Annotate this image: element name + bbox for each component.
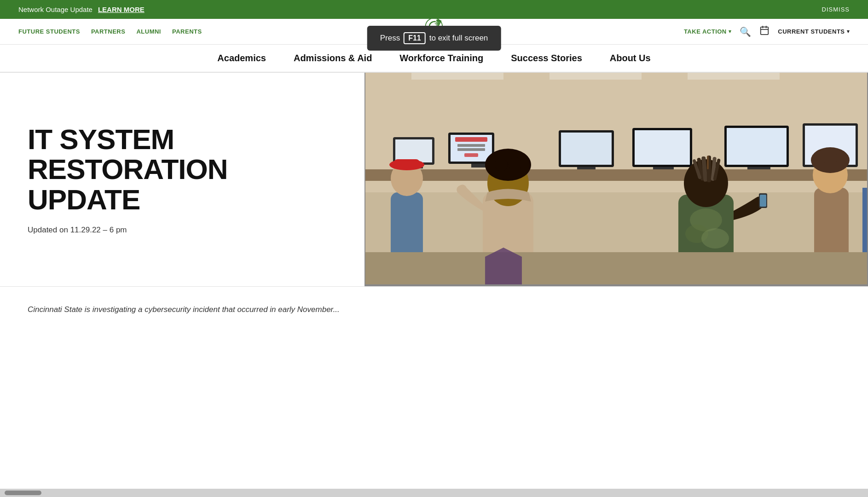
svg-rect-9	[688, 73, 780, 80]
svg-rect-21	[561, 133, 612, 165]
exit-fullscreen-label: to exit full screen	[429, 34, 488, 43]
svg-rect-1	[761, 27, 769, 35]
hero-title: IT SYSTEM RESTORATION UPDATE	[28, 124, 337, 214]
take-action-button[interactable]: TAKE ACTION ▾	[684, 28, 731, 35]
alert-message: Network Outage Update	[18, 6, 93, 13]
svg-rect-24	[635, 130, 690, 165]
svg-rect-18	[464, 153, 478, 157]
f11-key: F11	[404, 32, 426, 44]
nav-workforce-training[interactable]: Workforce Training	[399, 53, 483, 64]
current-students-button[interactable]: CURRENT STUDENTS ▾	[778, 28, 850, 35]
svg-rect-59	[394, 159, 420, 168]
svg-rect-7	[411, 73, 503, 80]
top-nav-left: FUTURE STUDENTS PARTNERS ALUMNI PARENTS	[18, 28, 202, 35]
svg-rect-8	[550, 73, 642, 80]
hero-date: Updated on 11.29.22 – 6 pm	[28, 225, 337, 235]
nav-admissions-aid[interactable]: Admissions & Aid	[294, 53, 372, 64]
nav-success-stories[interactable]: Success Stories	[511, 53, 582, 64]
nav-partners[interactable]: PARTNERS	[91, 28, 126, 35]
svg-rect-67	[365, 252, 867, 284]
take-action-arrow-icon: ▾	[729, 29, 732, 35]
press-label: Press	[380, 34, 400, 43]
dismiss-button[interactable]: DISMISS	[822, 6, 850, 13]
fullscreen-tooltip: Press F11 to exit full screen	[367, 26, 501, 51]
nav-academics[interactable]: Academics	[217, 53, 266, 64]
top-nav-right: TAKE ACTION ▾ 🔍 CURRENT STUDENTS ▾	[684, 25, 850, 38]
svg-rect-54	[760, 195, 766, 207]
current-students-arrow-icon: ▾	[847, 29, 850, 35]
svg-rect-31	[365, 169, 867, 181]
nav-alumni[interactable]: ALUMNI	[136, 28, 161, 35]
svg-rect-27	[727, 128, 787, 165]
svg-point-64	[812, 152, 826, 166]
classroom-image	[365, 73, 868, 284]
svg-point-65	[835, 152, 848, 165]
nav-about-us[interactable]: About Us	[610, 53, 651, 64]
hero-content: IT SYSTEM RESTORATION UPDATE Updated on …	[0, 73, 365, 286]
learn-more-link[interactable]: LEARN MORE	[98, 6, 145, 13]
svg-rect-52	[707, 156, 709, 169]
svg-point-40	[508, 157, 522, 171]
alert-left: Network Outage Update LEARN MORE	[18, 6, 145, 13]
svg-point-44	[701, 228, 729, 248]
svg-rect-17	[457, 148, 485, 151]
hero-section: IT SYSTEM RESTORATION UPDATE Updated on …	[0, 73, 868, 286]
nav-parents[interactable]: PARENTS	[172, 28, 202, 35]
svg-rect-16	[457, 144, 485, 147]
svg-rect-11	[395, 139, 432, 162]
nav-future-students[interactable]: FUTURE STUDENTS	[18, 28, 80, 35]
intro-text: Cincinnati State is investigating a cybe…	[28, 305, 840, 314]
page-body: Cincinnati State is investigating a cybe…	[0, 286, 868, 333]
svg-rect-15	[455, 137, 487, 142]
hero-image	[365, 73, 868, 286]
calendar-icon[interactable]	[759, 25, 770, 38]
search-icon[interactable]: 🔍	[740, 26, 751, 37]
svg-point-39	[495, 158, 508, 171]
